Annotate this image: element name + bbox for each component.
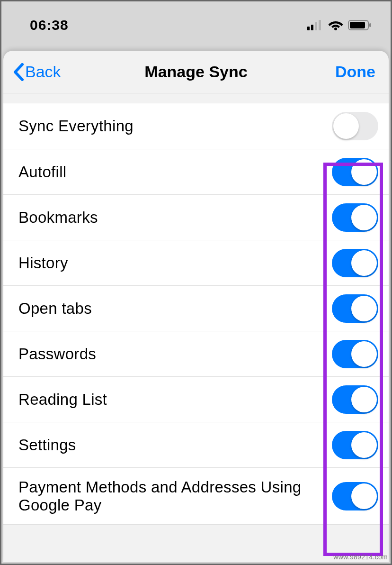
row-label: Sync Everything xyxy=(18,117,332,135)
toggle-settings[interactable] xyxy=(332,431,378,459)
device-frame: 06:38 xyxy=(0,0,392,565)
row-label: Reading List xyxy=(18,391,332,409)
svg-rect-2 xyxy=(315,22,317,30)
toggle-sync-everything[interactable] xyxy=(332,112,378,140)
row-open-tabs: Open tabs xyxy=(3,286,389,331)
nav-bar: Back Manage Sync Done xyxy=(3,51,389,93)
signal-icon xyxy=(307,20,323,30)
wifi-icon xyxy=(328,20,343,30)
back-button[interactable]: Back xyxy=(13,63,61,81)
row-history: History xyxy=(3,240,389,286)
status-time: 06:38 xyxy=(30,17,69,33)
row-payment-methods: Payment Methods and Addresses Using Goog… xyxy=(3,468,389,525)
settings-list: Sync Everything Autofill Bookmarks Histo… xyxy=(3,103,389,525)
row-passwords: Passwords xyxy=(3,331,389,377)
row-label: History xyxy=(18,254,332,272)
toggle-history[interactable] xyxy=(332,249,378,277)
svg-rect-1 xyxy=(311,25,313,30)
chevron-left-icon xyxy=(13,63,24,81)
svg-point-4 xyxy=(334,27,337,30)
watermark-text: www.989214.com xyxy=(333,553,388,561)
row-label: Settings xyxy=(18,436,332,454)
done-button[interactable]: Done xyxy=(335,63,375,81)
svg-rect-3 xyxy=(319,20,321,30)
toggle-reading-list[interactable] xyxy=(332,385,378,414)
back-label: Back xyxy=(25,63,61,81)
toggle-payment-methods[interactable] xyxy=(332,482,378,510)
page-title: Manage Sync xyxy=(144,63,247,81)
svg-rect-7 xyxy=(350,22,365,28)
row-sync-everything: Sync Everything xyxy=(3,103,389,149)
row-label: Payment Methods and Addresses Using Goog… xyxy=(18,478,332,514)
row-label: Bookmarks xyxy=(18,209,332,227)
battery-icon xyxy=(348,20,372,30)
status-bar: 06:38 xyxy=(1,1,391,49)
toggle-passwords[interactable] xyxy=(332,340,378,368)
row-label: Autofill xyxy=(18,163,332,181)
row-bookmarks: Bookmarks xyxy=(3,195,389,240)
svg-rect-0 xyxy=(307,27,310,30)
row-settings: Settings xyxy=(3,422,389,468)
row-label: Passwords xyxy=(18,345,332,363)
status-right xyxy=(307,20,372,30)
settings-sheet: Back Manage Sync Done Sync Everything Au… xyxy=(3,51,389,562)
row-reading-list: Reading List xyxy=(3,377,389,422)
row-label: Open tabs xyxy=(18,300,332,318)
toggle-autofill[interactable] xyxy=(332,158,378,186)
toggle-bookmarks[interactable] xyxy=(332,203,378,232)
svg-rect-6 xyxy=(369,23,371,27)
toggle-open-tabs[interactable] xyxy=(332,294,378,323)
row-autofill: Autofill xyxy=(3,149,389,195)
